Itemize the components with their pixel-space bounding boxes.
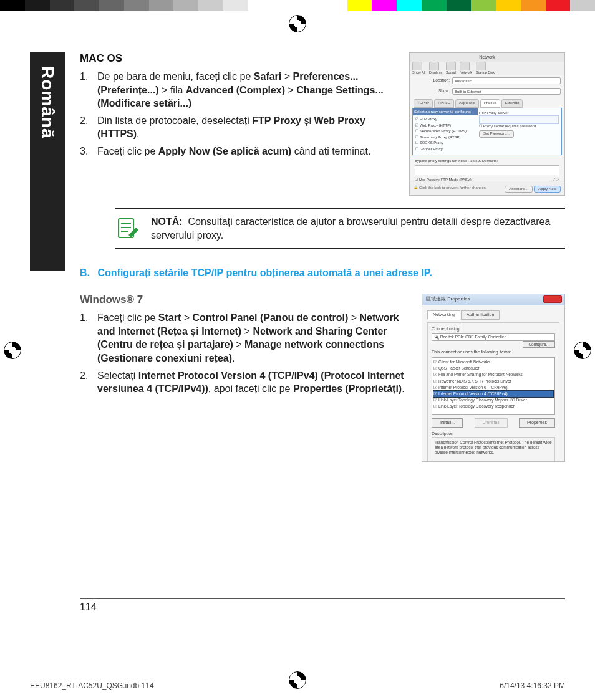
ss2-description-text: Transmission Control Protocol/Internet P… bbox=[432, 437, 555, 463]
ss1-bypass-input[interactable] bbox=[415, 165, 559, 175]
ss2-install-button[interactable]: Install... bbox=[432, 418, 463, 428]
note-icon bbox=[115, 216, 140, 241]
ss1-assist-button[interactable]: Assist me... bbox=[505, 186, 533, 193]
ss1-ftp-header: FTP Proxy Server bbox=[479, 111, 559, 116]
macos-steps: 1.De pe bara de meniu, faceți clic pe Sa… bbox=[80, 70, 398, 158]
ss1-apply-button[interactable]: Apply Now bbox=[534, 186, 561, 193]
ss2-configure-button[interactable]: Configure... bbox=[523, 341, 555, 348]
ss2-uninstall-button: Uninstall bbox=[475, 418, 508, 428]
macos-network-screenshot: Network Show AllDisplaysSoundNetworkStar… bbox=[409, 52, 565, 196]
section-b-label: B. bbox=[80, 267, 95, 279]
registration-mark-icon bbox=[4, 342, 21, 359]
ss2-items-label: This connection uses the following items… bbox=[432, 350, 555, 355]
language-tab-label: Română bbox=[37, 52, 57, 138]
ss1-bypass-label: Bypass proxy settings for these Hosts & … bbox=[415, 159, 559, 164]
ss1-pane-header: Select a proxy server to configure: bbox=[413, 108, 478, 116]
ss2-tab-networking[interactable]: Networking bbox=[427, 310, 460, 320]
ss1-show-label: Show: bbox=[414, 89, 450, 93]
note-text: Consultați caracteristica de ajutor a br… bbox=[151, 216, 550, 241]
page-footer: 114 bbox=[80, 598, 565, 613]
macos-heading: MAC OS bbox=[80, 52, 398, 65]
ss1-req-password[interactable]: ☐ Proxy server requires password bbox=[479, 124, 559, 129]
ss1-location-label: Location: bbox=[414, 78, 450, 83]
page-number: 114 bbox=[80, 602, 97, 612]
win7-steps: 1.Faceți clic pe Start > Control Panel (… bbox=[80, 311, 410, 396]
ss1-tab-row: TCP/IPPPPoEAppleTalkProxiesEthernet bbox=[410, 97, 564, 108]
registration-mark-icon bbox=[289, 15, 306, 32]
print-slug: EEU8162_RT-AC52U_QSG.indb 114 6/14/13 4:… bbox=[30, 681, 565, 690]
ss2-connect-using-label: Connect using: bbox=[432, 327, 555, 332]
print-color-bar bbox=[0, 0, 595, 11]
ss1-ftp-input[interactable] bbox=[479, 115, 559, 124]
ss1-set-password-button[interactable]: Set Password... bbox=[479, 130, 514, 138]
ss1-toolbar: Show AllDisplaysSoundNetworkStartup Disk bbox=[410, 62, 564, 75]
win7-heading: Windows® 7 bbox=[80, 294, 410, 306]
note-label: NOTĂ: bbox=[151, 216, 183, 227]
note-box: NOTĂ: Consultați caracteristica de ajuto… bbox=[115, 208, 565, 249]
ss2-window-title: 區域連線 Properties bbox=[426, 296, 470, 302]
ss1-protocol-list: Select a proxy server to configure: FTP … bbox=[415, 111, 475, 153]
ss2-description-label: Description bbox=[432, 431, 555, 437]
registration-mark-icon bbox=[574, 342, 591, 359]
language-tab: Română bbox=[30, 52, 65, 271]
section-b-heading: B. Configurați setările TCP/IP pentru ob… bbox=[80, 267, 565, 279]
ss2-properties-button[interactable]: Properties bbox=[519, 418, 555, 428]
ss1-location-select[interactable]: Automatic bbox=[452, 77, 561, 84]
ss1-lock-text[interactable]: 🔒 Click the lock to prevent further chan… bbox=[414, 186, 486, 191]
section-b-title: Configurați setările TCP/IP pentru obțin… bbox=[97, 267, 432, 278]
slug-date: 6/14/13 4:16:32 PM bbox=[500, 681, 565, 690]
ss2-item-list[interactable]: Client for Microsoft NetworksQoS Packet … bbox=[432, 357, 555, 415]
ss2-adapter-field: 🔌 Realtek PCIe GBE Family Controller bbox=[432, 333, 555, 341]
ss1-window-title: Network bbox=[410, 53, 564, 62]
win7-properties-screenshot: 區域連線 Properties Networking Authenticatio… bbox=[422, 294, 565, 462]
slug-file: EEU8162_RT-AC52U_QSG.indb 114 bbox=[30, 681, 154, 690]
close-icon[interactable] bbox=[543, 295, 562, 303]
ss1-show-select[interactable]: Built-in Ethernet bbox=[452, 88, 561, 95]
ss2-tab-authentication[interactable]: Authentication bbox=[461, 310, 500, 320]
